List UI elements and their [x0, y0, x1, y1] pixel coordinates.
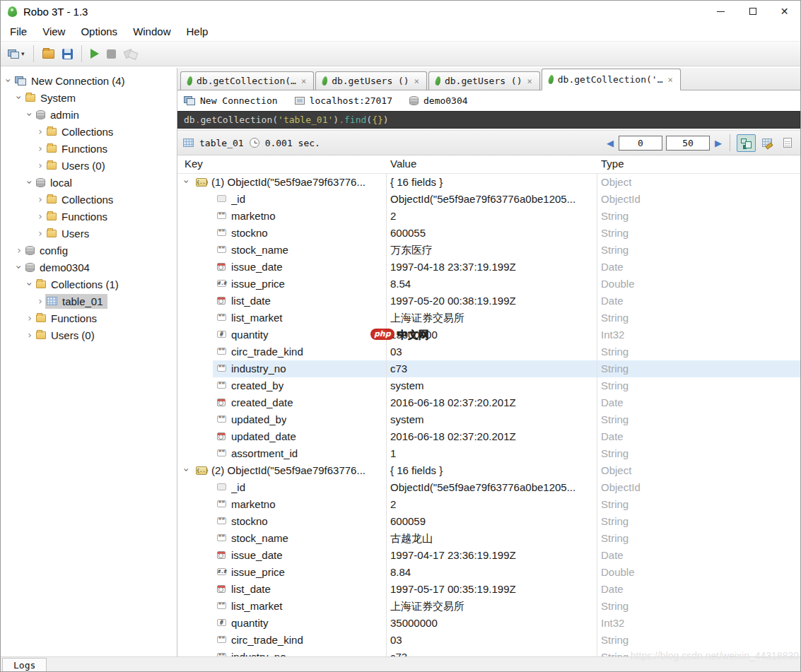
breadcrumb-demo0304[interactable]: demo0304 — [409, 95, 468, 106]
execute-query-button[interactable] — [89, 47, 100, 60]
toggle-orientation-button[interactable] — [122, 47, 139, 61]
chevron-right-icon[interactable]: › — [35, 143, 45, 154]
sidebar-item-table-01[interactable]: ›table_01 — [1, 293, 177, 310]
table-row[interactable]: ""industry_noc73String — [177, 360, 800, 377]
table-row[interactable]: ""created_bysystemString — [177, 377, 800, 394]
table-row[interactable]: #.#issue_price8.84Double — [177, 564, 800, 581]
tab-2[interactable]: db.getUsers ()× — [315, 71, 427, 90]
save-file-button[interactable] — [61, 47, 74, 61]
stop-query-button[interactable] — [105, 48, 117, 60]
column-divider-value-type[interactable] — [597, 155, 597, 656]
sidebar-item-demo0304[interactable]: ›demo0304 — [1, 259, 177, 276]
chevron-right-icon[interactable]: › — [35, 194, 45, 205]
chevron-down-icon[interactable]: › — [13, 93, 25, 102]
chevron-down-icon[interactable]: › — [181, 177, 192, 187]
tab-4[interactable]: db.getCollection('…× — [542, 69, 681, 90]
sidebar-item-functions[interactable]: ›Functions — [1, 208, 177, 225]
query-editor[interactable]: db.getCollection('table_01').find({}) — [177, 111, 800, 129]
chevron-right-icon[interactable]: › — [35, 160, 45, 171]
menu-file[interactable]: File — [2, 22, 35, 41]
page-start-input[interactable] — [619, 136, 662, 151]
table-row[interactable]: #quantity35000000Int32 — [177, 615, 800, 632]
chevron-right-icon[interactable]: › — [35, 228, 45, 239]
chevron-down-icon[interactable]: › — [24, 177, 35, 187]
sidebar-item-admin[interactable]: ›admin — [1, 106, 177, 123]
open-file-button[interactable] — [41, 48, 56, 60]
page-next-button[interactable]: ▶ — [713, 138, 723, 148]
table-row[interactable]: ""assortment_id1String — [177, 445, 800, 462]
close-button[interactable]: ✕ — [768, 1, 800, 22]
table-row[interactable]: #.#issue_price8.54Double — [177, 276, 800, 293]
column-divider-key-value[interactable] — [386, 155, 387, 656]
page-size-input[interactable] — [666, 136, 710, 151]
table-row[interactable]: ›{..}(1) ObjectId("5e5f9ae79f63776...{ 1… — [177, 174, 800, 191]
table-row[interactable]: ""marketno2String — [177, 496, 800, 513]
breadcrumb-localhost-27017[interactable]: localhost:27017 — [295, 95, 392, 106]
menu-window[interactable]: Window — [125, 22, 178, 41]
chevron-down-icon[interactable]: › — [24, 110, 35, 119]
tab-1[interactable]: db.getCollection(…× — [180, 71, 314, 90]
menu-options[interactable]: Options — [73, 22, 125, 41]
chevron-right-icon[interactable]: › — [35, 211, 45, 222]
menu-view[interactable]: View — [35, 22, 73, 41]
tab-3[interactable]: db.getUsers ()× — [428, 71, 540, 90]
close-tab-icon[interactable]: × — [414, 76, 420, 86]
sidebar-item-collections[interactable]: ›Collections — [1, 191, 177, 208]
table-row[interactable]: ""stockno600055String — [177, 225, 800, 242]
sidebar-item-functions[interactable]: ›Functions — [1, 140, 177, 157]
table-row[interactable]: _idObjectId("5e5f9ae79f63776a0be1205...O… — [177, 191, 800, 208]
close-tab-icon[interactable]: × — [667, 75, 673, 85]
sidebar-item-system[interactable]: ›System — [1, 89, 177, 106]
table-row[interactable]: _idObjectId("5e5f9ae79f63776a0be1205...O… — [177, 479, 800, 496]
table-row[interactable]: issue_date1997-04-17 23:36:19.199ZDate — [177, 547, 800, 564]
chevron-right-icon[interactable]: › — [35, 126, 45, 137]
sidebar-item-new-connection-4[interactable]: ›New Connection (4) — [1, 72, 177, 89]
tree-mode-button[interactable] — [737, 134, 756, 152]
table-row[interactable]: ""circ_trade_kind03String — [177, 632, 800, 649]
chevron-down-icon[interactable]: › — [24, 279, 35, 289]
text-mode-button[interactable] — [778, 134, 797, 152]
table-mode-button[interactable] — [757, 134, 776, 152]
close-tab-icon[interactable]: × — [300, 76, 307, 86]
chevron-right-icon[interactable]: › — [25, 329, 35, 341]
menu-help[interactable]: Help — [178, 22, 216, 41]
maximize-button[interactable] — [737, 1, 768, 22]
table-row[interactable]: created_date2016-06-18 02:37:20.201ZDate — [177, 394, 800, 411]
sidebar-item-local[interactable]: ›local — [1, 174, 177, 191]
minimize-button[interactable] — [705, 1, 737, 22]
table-row[interactable]: ›{..}(2) ObjectId("5e5f9ae79f63776...{ 1… — [177, 462, 800, 479]
table-row[interactable]: ""marketno2String — [177, 208, 800, 225]
page-prev-button[interactable]: ◀ — [605, 138, 615, 148]
close-tab-icon[interactable]: × — [527, 76, 533, 86]
logs-tab[interactable]: Logs — [2, 658, 47, 672]
sidebar-item-collections[interactable]: ›Collections — [1, 123, 177, 140]
sidebar-item-collections-1[interactable]: ›Collections (1) — [1, 276, 177, 293]
table-row[interactable]: list_date1997-05-17 00:35:19.199ZDate — [177, 581, 800, 598]
sidebar-item-users-0[interactable]: ›Users (0) — [1, 326, 177, 343]
sidebar-item-functions[interactable]: ›Functions — [1, 310, 177, 326]
table-row[interactable]: ""stockno600059String — [177, 513, 800, 530]
chevron-right-icon[interactable]: › — [14, 244, 24, 256]
sidebar-item-users[interactable]: ›Users — [1, 225, 177, 242]
cell-type: String — [601, 447, 628, 459]
table-row[interactable]: ""stock_name古越龙山String — [177, 530, 800, 547]
table-row[interactable]: #quantity15000000php中文网Int32 — [177, 326, 800, 343]
table-row[interactable]: issue_date1997-04-18 23:37:19.199ZDate — [177, 259, 800, 276]
chevron-right-icon[interactable]: › — [35, 295, 45, 307]
table-row[interactable]: updated_date2016-06-18 02:37:20.201ZDate — [177, 428, 800, 445]
sidebar-item-config[interactable]: ›config — [1, 242, 177, 259]
table-row[interactable]: ""list_market上海证券交易所String — [177, 598, 800, 615]
chevron-down-icon[interactable]: › — [181, 465, 192, 475]
table-row[interactable]: ""circ_trade_kind03String — [177, 343, 800, 360]
breadcrumb-new-connection[interactable]: New Connection — [184, 95, 278, 106]
table-row[interactable]: ""stock_name万东医疗String — [177, 242, 800, 259]
chevron-right-icon[interactable]: › — [25, 312, 35, 324]
table-row[interactable]: ""updated_bysystemString — [177, 411, 800, 428]
table-row[interactable]: list_date1997-05-20 00:38:19.199ZDate — [177, 293, 800, 310]
table-row[interactable]: ""list_market上海证券交易所String — [177, 310, 800, 326]
open-connections-button[interactable]: ▾ — [6, 48, 26, 60]
chevron-down-icon[interactable]: › — [13, 262, 25, 272]
chevron-down-icon[interactable]: › — [3, 76, 14, 86]
table-row[interactable]: ""industry_noc73String — [177, 649, 800, 656]
sidebar-item-users-0[interactable]: ›Users (0) — [1, 157, 177, 174]
